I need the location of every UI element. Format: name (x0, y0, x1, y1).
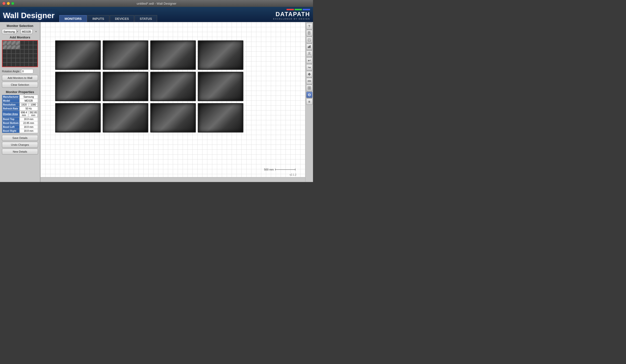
monitor-tile-0-2[interactable] (150, 40, 196, 70)
tab-inputs[interactable]: INPUTS (87, 15, 109, 22)
grid-cell-4-3[interactable] (16, 58, 20, 63)
grid-cell-1-4[interactable] (20, 45, 25, 49)
tab-devices[interactable]: DEVICES (110, 15, 134, 22)
save-button[interactable] (306, 37, 313, 43)
grid-cell-2-0[interactable] (2, 49, 7, 54)
move-button[interactable]: ✥ (306, 71, 313, 77)
grid-cell-2-6[interactable] (29, 49, 33, 54)
grid-cell-1-7[interactable] (33, 45, 38, 49)
grid-cell-5-6[interactable] (29, 63, 33, 67)
grid-cell-2-3[interactable] (16, 49, 20, 54)
new-details-button[interactable]: New Details (2, 149, 38, 155)
model-select[interactable]: MD32B (21, 29, 33, 34)
grid-cell-3-6[interactable] (29, 54, 33, 58)
grid-cell-2-4[interactable] (20, 49, 25, 54)
monitor-tile-1-3[interactable] (198, 72, 243, 101)
properties-table: Manufacturer Samsung Model MD32B Resolut… (2, 95, 38, 133)
minimize-button[interactable] (7, 2, 10, 5)
grid-button[interactable] (306, 85, 313, 91)
grid-cell-3-7[interactable] (33, 54, 38, 58)
tab-status[interactable]: STATUS (135, 15, 157, 22)
grid-cell-5-3[interactable] (16, 63, 20, 67)
grid-cell-1-2[interactable] (11, 45, 16, 49)
help-button[interactable]: ? (306, 23, 313, 29)
grid-cell-3-5[interactable] (24, 54, 29, 58)
stats-button[interactable] (306, 44, 313, 50)
grid-cell-0-5[interactable] (24, 41, 29, 45)
globe-button[interactable] (306, 92, 313, 98)
monitor-tile-1-1[interactable] (103, 72, 148, 101)
close-button[interactable] (2, 2, 5, 5)
grid-cell-2-7[interactable] (33, 49, 38, 54)
rotation-angle-input[interactable] (21, 69, 33, 73)
scale-line (275, 169, 295, 171)
grid-cell-3-4[interactable] (20, 54, 25, 58)
grid-cell-5-2[interactable] (11, 63, 16, 67)
monitor-tile-1-2[interactable] (150, 72, 196, 101)
monitor-tile-2-2[interactable] (150, 103, 196, 133)
redo-button[interactable]: ↪ (306, 64, 313, 71)
grid-cell-4-0[interactable] (2, 58, 7, 63)
prop-display-w: 698.4 mm (20, 111, 28, 117)
monitor-tile-1-0[interactable] (55, 72, 101, 101)
grid-cell-0-1[interactable] (7, 41, 11, 45)
grid-cell-2-1[interactable] (7, 49, 11, 54)
grid-cell-4-1[interactable] (7, 58, 11, 63)
grid-cell-5-7[interactable] (33, 63, 38, 67)
grid-cell-2-5[interactable] (24, 49, 29, 54)
undo-changes-button[interactable]: Undo Changes (2, 142, 38, 148)
grid-cell-0-4[interactable] (20, 41, 25, 45)
grid-cell-0-6[interactable] (29, 41, 33, 45)
list-button[interactable]: ≡ (306, 99, 313, 105)
grid-canvas[interactable]: 500 mm v2.1.2 (40, 22, 305, 177)
monitor-tile-0-3[interactable] (198, 40, 243, 70)
grid-cell-3-1[interactable] (7, 54, 11, 58)
user-button[interactable] (306, 50, 313, 57)
datapath-name: DATAPATH (275, 11, 310, 18)
prop-model: Model MD32B (2, 99, 38, 103)
monitor-tile-2-3[interactable] (198, 103, 243, 133)
grid-cell-5-0[interactable] (2, 63, 7, 67)
grid-cell-3-3[interactable] (16, 54, 20, 58)
tab-monitors[interactable]: MONITORS (59, 15, 87, 22)
grid-cell-0-7[interactable] (33, 41, 38, 45)
monitor-wall (55, 40, 243, 133)
grid-cell-5-5[interactable] (24, 63, 29, 67)
grid-cell-1-0[interactable] (2, 45, 7, 49)
clear-selection-button[interactable]: Clear Selection (2, 82, 38, 88)
grid-cell-4-6[interactable] (29, 58, 33, 63)
grid-cell-1-1[interactable] (7, 45, 11, 49)
prop-bezel-left-value: 18.8 mm (19, 125, 38, 129)
manufacturer-select[interactable]: Samsung (2, 29, 16, 34)
save-details-button[interactable]: Save Details (2, 135, 38, 141)
monitor-tile-0-0[interactable] (55, 40, 101, 70)
grid-cell-4-2[interactable] (11, 58, 16, 63)
prop-display-label[interactable]: Display Area (2, 111, 20, 117)
grid-cell-0-0[interactable] (2, 41, 7, 45)
grid-cell-0-3[interactable] (16, 41, 20, 45)
grid-cell-1-3[interactable] (16, 45, 20, 49)
grid-cell-5-1[interactable] (7, 63, 11, 67)
prop-bezel-right-label: Bezel Right (2, 129, 20, 133)
grid-cell-4-7[interactable] (33, 58, 38, 63)
svg-rect-20 (310, 88, 311, 89)
monitor-tile-0-1[interactable] (103, 40, 148, 70)
grid-cell-2-2[interactable] (11, 49, 16, 54)
maximize-button[interactable] (11, 2, 14, 5)
grid-cell-3-0[interactable] (2, 54, 7, 58)
grid-cell-3-2[interactable] (11, 54, 16, 58)
monitor-grid[interactable] (2, 40, 38, 67)
monitor-tile-2-1[interactable] (103, 103, 148, 133)
add-monitors-button[interactable]: Add Monitors to Wall (2, 75, 38, 81)
grid-cell-4-4[interactable] (20, 58, 25, 63)
grid-cell-1-5[interactable] (24, 45, 29, 49)
grid-cell-4-5[interactable] (24, 58, 29, 63)
undo-button[interactable]: ↩ (306, 57, 313, 64)
scale-horizontal-line (275, 170, 295, 170)
grid-cell-5-4[interactable] (20, 63, 25, 67)
monitor-tile-2-0[interactable] (55, 103, 101, 133)
grid-cell-1-6[interactable] (29, 45, 33, 49)
grid-cell-0-2[interactable] (11, 41, 16, 45)
ruler-button[interactable] (306, 78, 313, 84)
document-button[interactable] (306, 30, 313, 36)
